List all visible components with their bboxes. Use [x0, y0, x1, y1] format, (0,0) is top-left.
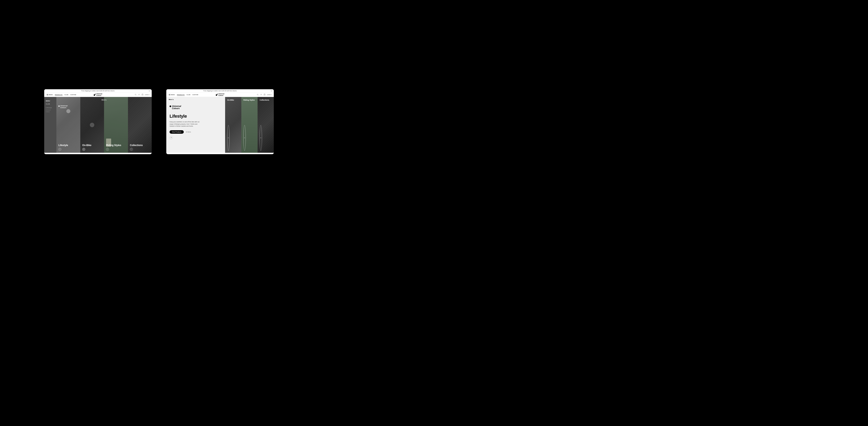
navbar-left: MENU PRODUCTS CLUB CUSTOM Universal Colo… — [44, 92, 152, 97]
panel-collections-right[interactable]: Collections + — [257, 97, 274, 153]
account-icon-right[interactable] — [260, 94, 262, 96]
hamburger-icon-left — [46, 94, 48, 95]
announcement-close-right[interactable]: ✕ — [271, 90, 272, 92]
panel-onbike-left[interactable]: On-Bike + — [80, 97, 104, 153]
nav-right-right: £ ENG ▾ — [256, 94, 271, 96]
lifestyle-logo-text: UniversalColours — [60, 105, 67, 109]
riding-title-right: Riding Styles — [243, 99, 255, 124]
svg-point-6 — [261, 94, 261, 95]
lifestyle-title-left: Lifestyle — [58, 144, 78, 147]
riding-panel-content: Riding Styles + — [104, 97, 128, 153]
riding-add-btn-right[interactable]: + — [243, 125, 246, 151]
collections-panel-content: Collections + — [128, 97, 152, 153]
logo-right[interactable]: Universal Colours — [216, 93, 224, 96]
search-icon-left[interactable] — [134, 94, 136, 96]
svg-point-2 — [139, 94, 139, 95]
lang-selector-left[interactable]: £ ENG ▾ — [145, 94, 149, 95]
logo-text-right: Universal Colours — [218, 93, 224, 96]
lang-text-left: £ ENG — [145, 94, 148, 95]
announcement-text-right: Free shipping on orders over £100.00 wit… — [204, 90, 237, 91]
account-icon-left[interactable] — [138, 94, 140, 96]
lang-text-right: £ ENG — [267, 94, 270, 95]
logo-icon-right — [216, 94, 218, 96]
nav-products-left[interactable]: PRODUCTS — [55, 94, 63, 95]
nav-left-right: MENU PRODUCTS CLUB CUSTOM — [169, 94, 198, 95]
lang-selector-right[interactable]: £ ENG ▾ — [267, 94, 271, 95]
mens-label-right: Men's — [169, 99, 174, 100]
announcement-bar-right: Free shipping on orders over £100.00 wit… — [166, 89, 274, 92]
hamburger-icon-right — [169, 94, 170, 95]
collections-add-btn-right[interactable]: + — [259, 125, 262, 151]
cart-icon-left[interactable] — [142, 94, 144, 96]
collections-title-right: Collections — [259, 99, 272, 124]
sidebar-menu-left[interactable]: MENU — [46, 99, 55, 102]
menu-label-left: MENU — [49, 94, 53, 95]
sidebar-section-label: Lifestyle — [46, 107, 55, 108]
nav-links-left: PRODUCTS CLUB CUSTOM — [55, 94, 76, 95]
onbike-panel-content: On-Bike + — [80, 97, 104, 153]
logo-left[interactable]: Universal Colours — [94, 93, 102, 96]
lifestyle-actions: View Products 24 Items — [169, 130, 222, 134]
announcement-close-left[interactable]: ✕ — [149, 90, 150, 92]
nav-club-left[interactable]: CLUB — [64, 94, 68, 95]
panel-lifestyle-left[interactable]: UniversalColours Lifestyle + — [56, 97, 80, 153]
panel-collections-left[interactable]: Collections + — [128, 97, 152, 153]
view-products-button[interactable]: View Products — [169, 130, 184, 134]
onbike-title-right: On-Bike — [227, 99, 239, 124]
nav-right-left: £ ENG ▾ — [134, 94, 149, 96]
navbar-right: MENU PRODUCTS CLUB CUSTOM Universal Colo… — [166, 92, 274, 97]
riding-content-right: Riding Styles + — [241, 97, 257, 153]
collections-title-left: Collections — [130, 144, 150, 147]
svg-line-1 — [136, 95, 136, 95]
sidebar-brand-label: UniversalColours — [46, 109, 55, 113]
menu-label-right: MENU — [171, 94, 175, 95]
announcement-bar-left: Free shipping on orders over £100.00 wit… — [44, 89, 152, 92]
collections-content-right: Collections + — [257, 97, 274, 153]
svg-point-4 — [257, 94, 258, 95]
logo-text-left: Universal Colours — [96, 93, 102, 96]
items-count: 24 Items — [186, 131, 191, 133]
main-content-left: MENU CLUB Lifestyle UniversalColours Uni… — [44, 97, 152, 153]
onbike-add-btn-right[interactable]: + — [227, 125, 229, 151]
lifestyle-logo-text: Universal Colours — [172, 105, 181, 110]
svg-line-5 — [258, 95, 258, 95]
nav-club-right[interactable]: CLUB — [187, 94, 190, 95]
nav-custom-left[interactable]: CUSTOM — [70, 94, 76, 95]
lifestyle-add-btn[interactable]: + — [58, 148, 61, 151]
sidebar-menu-left: MENU CLUB Lifestyle UniversalColours — [44, 97, 56, 153]
nav-custom-right[interactable]: CUSTOM — [192, 94, 198, 95]
chevron-down-icon-left: ▾ — [149, 94, 149, 95]
onbike-title-left: On-Bike — [82, 144, 102, 147]
lifestyle-expanded-panel: Men's Universal Colours Lifestyle Keep y… — [166, 97, 225, 153]
lifestyle-expanded-logo: Universal Colours — [169, 105, 222, 110]
nav-products-right[interactable]: PRODUCTS — [177, 94, 185, 95]
collections-add-btn[interactable]: + — [130, 148, 133, 151]
panel-riding-left[interactable]: Riding Styles + — [104, 97, 128, 153]
close-lifestyle-btn[interactable]: ✕ — [169, 136, 173, 140]
browser-window-right: Free shipping on orders over £100.00 wit… — [166, 89, 274, 154]
lifestyle-desc: Keep your aesthetic on and off the bike … — [169, 121, 202, 127]
search-icon-right[interactable] — [256, 94, 258, 96]
cart-icon-right[interactable] — [264, 94, 266, 96]
logo-icon-left — [94, 94, 96, 96]
lifestyle-panel-logo: UniversalColours — [58, 105, 67, 109]
svg-point-0 — [135, 94, 136, 95]
riding-title-left: Riding Styles — [106, 144, 126, 147]
panel-riding-right[interactable]: Riding Styles + — [241, 97, 257, 153]
nav-left-left: MENU PRODUCTS CLUB CUSTOM — [46, 94, 76, 95]
mens-label-left: Men's — [56, 99, 152, 101]
onbike-add-btn[interactable]: + — [82, 148, 85, 151]
right-panels: On-Bike + Riding Styles + — [225, 97, 274, 153]
menu-button-right[interactable]: MENU — [169, 94, 175, 95]
riding-add-btn[interactable]: + — [106, 148, 109, 151]
announcement-text-left: Free shipping on orders over £100.00 wit… — [81, 90, 115, 91]
panel-onbike-right[interactable]: On-Bike + — [225, 97, 241, 153]
lifestyle-logo-dot — [169, 105, 171, 107]
nav-links-right: PRODUCTS CLUB CUSTOM — [177, 94, 198, 95]
sidebar-club[interactable]: CLUB — [46, 102, 55, 105]
main-content-right: Men's Universal Colours Lifestyle Keep y… — [166, 97, 274, 153]
onbike-content-right: On-Bike + — [225, 97, 241, 153]
menu-button-left[interactable]: MENU — [46, 94, 53, 95]
browser-window-left: Free shipping on orders over £100.00 wit… — [44, 89, 152, 154]
chevron-down-icon-right: ▾ — [271, 94, 271, 95]
